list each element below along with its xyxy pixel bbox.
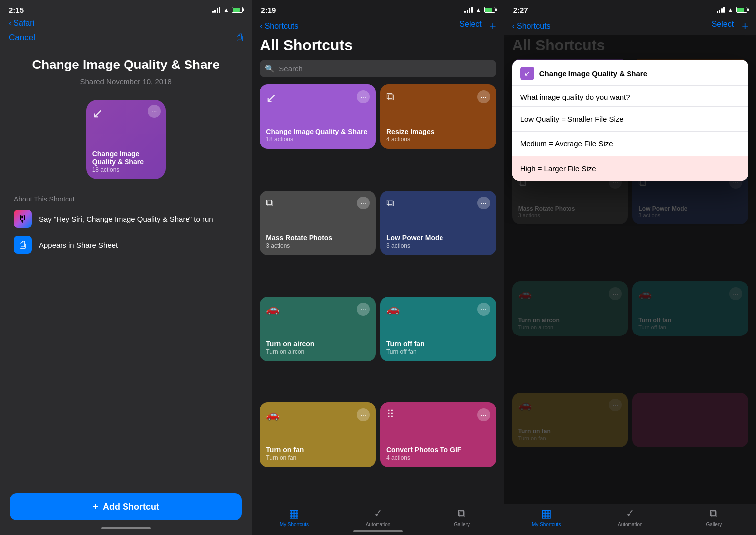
popup-shortcut-icon: ↙ [520, 67, 534, 80]
tile-menu-low-power[interactable]: ··· [477, 197, 490, 209]
shortcut-tile-aircon-on[interactable]: 🚗 ··· Turn on aircon Turn on aircon [260, 297, 376, 361]
about-title: About This Shortcut [14, 195, 238, 203]
tab-my-shortcuts-icon-2: ▦ [289, 507, 299, 520]
back-shortcuts-label-3[interactable]: Shortcuts [517, 22, 551, 31]
shortcut-tile-resize[interactable]: ⧉ ··· Resize Images 4 actions [380, 84, 496, 149]
about-siri-text: Say "Hey Siri, Change Image Quality & Sh… [39, 215, 213, 223]
tab-my-shortcuts-2[interactable]: ▦ My Shortcuts [252, 507, 336, 527]
battery-icon-2 [484, 7, 495, 13]
tile-name-low-power: Low Power Mode [386, 234, 490, 242]
card-preview-menu[interactable]: ··· [148, 105, 161, 118]
tile-menu-convert-gif[interactable]: ··· [477, 408, 490, 421]
tab-gallery-2[interactable]: ⧉ Gallery [420, 507, 504, 527]
shortcut-tile-change-image[interactable]: ↙ ··· Change Image Quality & Share 18 ac… [260, 84, 376, 149]
tab-my-shortcuts-icon-3: ▦ [541, 507, 552, 520]
tile-menu-change-image[interactable]: ··· [357, 90, 370, 103]
popup-option-low[interactable]: Low Quality = Smaller File Size [512, 107, 748, 132]
tab-my-shortcuts-label-2: My Shortcuts [280, 522, 309, 527]
back-shortcuts-button-3[interactable]: ‹ Shortcuts [512, 22, 551, 31]
tile-menu-mass-rotate[interactable]: ··· [357, 197, 370, 209]
tile-name-resize: Resize Images [386, 128, 490, 136]
card-preview-actions: 18 actions [92, 166, 160, 173]
back-shortcuts-button[interactable]: ‹ Shortcuts [260, 22, 298, 31]
panel3-nav: ‹ Shortcuts Select + [504, 18, 756, 35]
siri-icon: 🎙 [14, 210, 32, 228]
tab-my-shortcuts-label-3: My Shortcuts [532, 522, 561, 527]
tile-icon-low-power: ⧉ [386, 197, 394, 209]
tile-actions-fan-on: Turn on fan [266, 454, 370, 461]
status-icons-3: ▲ [717, 6, 747, 14]
tile-actions-aircon-on: Turn on aircon [266, 348, 370, 355]
panel1-main-content: Change Image Quality & Share Shared Nove… [0, 47, 252, 535]
popup-shortcut-name: Change Image Quality & Share [539, 69, 647, 78]
cancel-button[interactable]: Cancel [9, 33, 35, 43]
home-indicator-2 [252, 530, 504, 535]
add-plus-button-3[interactable]: + [742, 20, 748, 33]
tile-icon-change-image: ↙ [266, 90, 277, 106]
add-shortcut-label: Add Shortcut [103, 502, 159, 512]
shortcut-tile-fan-on[interactable]: 🚗 ··· Turn on fan Turn on fan [260, 402, 376, 467]
shortcut-main-title: Change Image Quality & Share [32, 57, 220, 72]
back-label-1[interactable]: Safari [13, 19, 34, 28]
tile-name-fan-on: Turn on fan [266, 446, 370, 454]
tab-automation-icon-3: ✓ [626, 507, 634, 520]
status-time-2: 2:19 [261, 6, 276, 14]
panel2-nav: ‹ Shortcuts Select + [252, 18, 504, 35]
tile-name-change-image: Change Image Quality & Share [266, 128, 370, 136]
tile-menu-resize[interactable]: ··· [477, 90, 490, 103]
tile-menu-fan-on[interactable]: ··· [357, 408, 370, 421]
shortcut-tile-fan-off[interactable]: 🚗 ··· Turn off fan Turn off fan [380, 297, 496, 361]
signal-icon-3 [717, 7, 725, 13]
popup-option-medium[interactable]: Medium = Average File Size [512, 132, 748, 156]
about-section: About This Shortcut 🎙 Say "Hey Siri, Cha… [12, 195, 240, 262]
add-shortcut-plus-button[interactable]: + [490, 20, 496, 33]
tab-automation-2[interactable]: ✓ Automation [336, 507, 420, 527]
search-bar[interactable]: 🔍 Search [260, 60, 496, 77]
wifi-icon-1: ▲ [223, 6, 229, 14]
status-icons-1: ▲ [212, 6, 243, 14]
tab-gallery-icon-3: ⧉ [710, 507, 718, 520]
shortcut-tile-low-power[interactable]: ⧉ ··· Low Power Mode 3 actions [380, 191, 496, 255]
tile-actions-resize: 4 actions [386, 136, 490, 143]
search-icon: 🔍 [265, 64, 275, 73]
popup-option-high[interactable]: High = Larger File Size [512, 156, 748, 181]
back-nav-1[interactable]: ‹ Safari [0, 18, 252, 30]
tab-gallery-icon-2: ⧉ [458, 507, 466, 520]
shortcuts-grid: ↙ ··· Change Image Quality & Share 18 ac… [252, 84, 504, 504]
signal-icon-2 [464, 7, 473, 13]
bottom-tabs-3: ▦ My Shortcuts ✓ Automation ⧉ Gallery [504, 504, 756, 535]
tile-actions-low-power: 3 actions [386, 242, 490, 249]
share-icon[interactable]: ⎙ [237, 32, 243, 43]
tab-automation-3[interactable]: ✓ Automation [588, 507, 672, 527]
tile-actions-mass-rotate: 3 actions [266, 242, 370, 249]
tile-icon-fan-on: 🚗 [266, 408, 279, 421]
image-quality-popup: ↙ Change Image Quality & Share What imag… [512, 60, 748, 181]
tile-icon-fan-off: 🚗 [386, 303, 400, 316]
tab-my-shortcuts-3[interactable]: ▦ My Shortcuts [504, 507, 588, 527]
tab-gallery-3[interactable]: ⧉ Gallery [672, 507, 756, 527]
tab-automation-label-2: Automation [366, 522, 391, 527]
status-icons-2: ▲ [464, 6, 495, 14]
popup-question: What image quality do you want? [512, 86, 748, 107]
add-shortcut-button[interactable]: + Add Shortcut [10, 493, 242, 520]
tile-icon-convert-gif: ⠿ [386, 408, 394, 421]
tile-menu-fan-off[interactable]: ··· [477, 303, 490, 316]
panel-image-quality-popup: 2:27 ▲ ‹ Shortcuts Select + All Shortcut… [504, 0, 756, 535]
select-button[interactable]: Select [459, 20, 481, 33]
share-sheet-icon: ⎙ [14, 236, 32, 254]
shortcut-card-preview: ↙ ··· Change Image Quality & Share 18 ac… [86, 100, 166, 179]
select-button-3[interactable]: Select [712, 20, 734, 33]
status-bar-3: 2:27 ▲ [504, 0, 756, 18]
back-chevron-1: ‹ [9, 19, 11, 28]
back-shortcuts-label[interactable]: Shortcuts [265, 22, 299, 31]
wifi-icon-2: ▲ [475, 6, 482, 14]
nav-actions-2: Select + [459, 20, 496, 33]
about-share-text: Appears in Share Sheet [39, 241, 118, 249]
shortcut-tile-mass-rotate[interactable]: ⧉ ··· Mass Rotate Photos 3 actions [260, 191, 376, 255]
tile-name-mass-rotate: Mass Rotate Photos [266, 234, 370, 242]
all-shortcuts-title: All Shortcuts [252, 35, 504, 60]
shortcut-tile-convert-gif[interactable]: ⠿ ··· Convert Photos To GIF 4 actions [380, 402, 496, 467]
home-indicator-1 [0, 527, 252, 532]
tile-menu-aircon-on[interactable]: ··· [357, 303, 370, 316]
about-item-siri: 🎙 Say "Hey Siri, Change Image Quality & … [14, 210, 238, 228]
